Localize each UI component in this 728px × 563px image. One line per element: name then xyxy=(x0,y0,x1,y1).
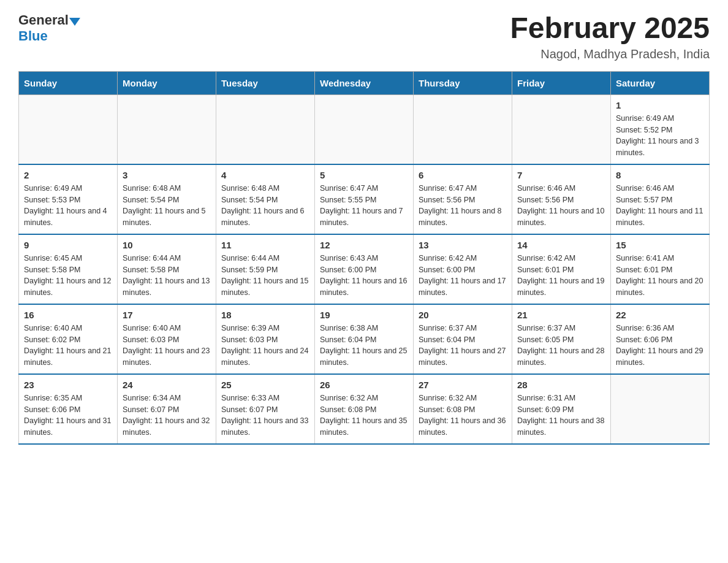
calendar-cell: 7Sunrise: 6:46 AMSunset: 5:56 PMDaylight… xyxy=(512,164,611,234)
calendar-cell xyxy=(19,94,118,164)
day-number: 9 xyxy=(24,240,112,250)
calendar-cell: 1Sunrise: 6:49 AMSunset: 5:52 PMDaylight… xyxy=(611,94,710,164)
weekday-header-tuesday: Tuesday xyxy=(216,71,315,94)
day-info: Sunrise: 6:44 AMSunset: 5:58 PMDaylight:… xyxy=(123,253,211,299)
calendar-cell: 2Sunrise: 6:49 AMSunset: 5:53 PMDaylight… xyxy=(19,164,118,234)
calendar-header: SundayMondayTuesdayWednesdayThursdayFrid… xyxy=(19,71,710,94)
day-info: Sunrise: 6:40 AMSunset: 6:03 PMDaylight:… xyxy=(123,323,211,369)
day-info: Sunrise: 6:36 AMSunset: 6:06 PMDaylight:… xyxy=(616,323,704,369)
calendar-cell: 10Sunrise: 6:44 AMSunset: 5:58 PMDayligh… xyxy=(118,234,216,304)
day-number: 17 xyxy=(123,310,211,320)
day-info: Sunrise: 6:32 AMSunset: 6:08 PMDaylight:… xyxy=(419,393,507,439)
day-number: 19 xyxy=(320,310,408,320)
calendar-cell: 13Sunrise: 6:42 AMSunset: 6:00 PMDayligh… xyxy=(414,234,512,304)
calendar-cell: 3Sunrise: 6:48 AMSunset: 5:54 PMDaylight… xyxy=(118,164,216,234)
day-number: 6 xyxy=(419,170,507,180)
title-section: February 2025 Nagod, Madhya Pradesh, Ind… xyxy=(510,12,710,61)
calendar-cell: 28Sunrise: 6:31 AMSunset: 6:09 PMDayligh… xyxy=(512,374,611,444)
weekday-header-monday: Monday xyxy=(118,71,216,94)
logo-blue: Blue xyxy=(18,28,48,44)
day-number: 21 xyxy=(517,310,605,320)
calendar-cell: 9Sunrise: 6:45 AMSunset: 5:58 PMDaylight… xyxy=(19,234,118,304)
calendar-week-row: 16Sunrise: 6:40 AMSunset: 6:02 PMDayligh… xyxy=(19,304,710,374)
weekday-header-row: SundayMondayTuesdayWednesdayThursdayFrid… xyxy=(19,71,710,94)
day-number: 20 xyxy=(419,310,507,320)
logo: General Blue xyxy=(18,12,80,44)
day-number: 5 xyxy=(320,170,408,180)
calendar-table: SundayMondayTuesdayWednesdayThursdayFrid… xyxy=(18,71,710,445)
day-number: 7 xyxy=(517,170,605,180)
day-info: Sunrise: 6:37 AMSunset: 6:05 PMDaylight:… xyxy=(517,323,605,369)
day-number: 24 xyxy=(123,380,211,390)
day-info: Sunrise: 6:37 AMSunset: 6:04 PMDaylight:… xyxy=(419,323,507,369)
day-info: Sunrise: 6:46 AMSunset: 5:57 PMDaylight:… xyxy=(616,183,704,229)
calendar-cell: 15Sunrise: 6:41 AMSunset: 6:01 PMDayligh… xyxy=(611,234,710,304)
location-subtitle: Nagod, Madhya Pradesh, India xyxy=(510,47,710,61)
calendar-week-row: 1Sunrise: 6:49 AMSunset: 5:52 PMDaylight… xyxy=(19,94,710,164)
calendar-week-row: 2Sunrise: 6:49 AMSunset: 5:53 PMDaylight… xyxy=(19,164,710,234)
day-info: Sunrise: 6:42 AMSunset: 6:00 PMDaylight:… xyxy=(419,253,507,299)
weekday-header-sunday: Sunday xyxy=(19,71,118,94)
day-number: 11 xyxy=(221,240,309,250)
day-info: Sunrise: 6:46 AMSunset: 5:56 PMDaylight:… xyxy=(517,183,605,229)
day-number: 12 xyxy=(320,240,408,250)
calendar-cell: 11Sunrise: 6:44 AMSunset: 5:59 PMDayligh… xyxy=(216,234,315,304)
calendar-cell xyxy=(414,94,512,164)
day-number: 23 xyxy=(24,380,112,390)
day-number: 1 xyxy=(616,100,704,110)
day-number: 13 xyxy=(419,240,507,250)
month-title: February 2025 xyxy=(510,12,710,45)
day-number: 15 xyxy=(616,240,704,250)
calendar-week-row: 9Sunrise: 6:45 AMSunset: 5:58 PMDaylight… xyxy=(19,234,710,304)
calendar-week-row: 23Sunrise: 6:35 AMSunset: 6:06 PMDayligh… xyxy=(19,374,710,444)
day-info: Sunrise: 6:49 AMSunset: 5:53 PMDaylight:… xyxy=(24,183,112,229)
day-info: Sunrise: 6:35 AMSunset: 6:06 PMDaylight:… xyxy=(24,393,112,439)
calendar-cell xyxy=(315,94,414,164)
weekday-header-wednesday: Wednesday xyxy=(315,71,414,94)
day-number: 27 xyxy=(419,380,507,390)
calendar-cell xyxy=(216,94,315,164)
logo-general: General xyxy=(18,12,69,28)
calendar-cell: 17Sunrise: 6:40 AMSunset: 6:03 PMDayligh… xyxy=(118,304,216,374)
day-number: 16 xyxy=(24,310,112,320)
day-number: 22 xyxy=(616,310,704,320)
day-info: Sunrise: 6:42 AMSunset: 6:01 PMDaylight:… xyxy=(517,253,605,299)
logo-arrow-icon xyxy=(69,18,80,26)
calendar-cell: 4Sunrise: 6:48 AMSunset: 5:54 PMDaylight… xyxy=(216,164,315,234)
calendar-cell: 26Sunrise: 6:32 AMSunset: 6:08 PMDayligh… xyxy=(315,374,414,444)
day-number: 8 xyxy=(616,170,704,180)
day-number: 3 xyxy=(123,170,211,180)
calendar-cell: 14Sunrise: 6:42 AMSunset: 6:01 PMDayligh… xyxy=(512,234,611,304)
calendar-cell: 8Sunrise: 6:46 AMSunset: 5:57 PMDaylight… xyxy=(611,164,710,234)
calendar-cell: 24Sunrise: 6:34 AMSunset: 6:07 PMDayligh… xyxy=(118,374,216,444)
day-number: 14 xyxy=(517,240,605,250)
calendar-cell xyxy=(512,94,611,164)
day-info: Sunrise: 6:43 AMSunset: 6:00 PMDaylight:… xyxy=(320,253,408,299)
weekday-header-saturday: Saturday xyxy=(611,71,710,94)
calendar-cell xyxy=(611,374,710,444)
calendar-cell: 20Sunrise: 6:37 AMSunset: 6:04 PMDayligh… xyxy=(414,304,512,374)
day-info: Sunrise: 6:47 AMSunset: 5:55 PMDaylight:… xyxy=(320,183,408,229)
calendar-cell: 23Sunrise: 6:35 AMSunset: 6:06 PMDayligh… xyxy=(19,374,118,444)
calendar-cell: 21Sunrise: 6:37 AMSunset: 6:05 PMDayligh… xyxy=(512,304,611,374)
calendar-body: 1Sunrise: 6:49 AMSunset: 5:52 PMDaylight… xyxy=(19,94,710,444)
calendar-cell: 18Sunrise: 6:39 AMSunset: 6:03 PMDayligh… xyxy=(216,304,315,374)
day-number: 4 xyxy=(221,170,309,180)
day-info: Sunrise: 6:47 AMSunset: 5:56 PMDaylight:… xyxy=(419,183,507,229)
day-number: 26 xyxy=(320,380,408,390)
weekday-header-thursday: Thursday xyxy=(414,71,512,94)
day-number: 28 xyxy=(517,380,605,390)
day-number: 25 xyxy=(221,380,309,390)
day-info: Sunrise: 6:38 AMSunset: 6:04 PMDaylight:… xyxy=(320,323,408,369)
calendar-cell: 25Sunrise: 6:33 AMSunset: 6:07 PMDayligh… xyxy=(216,374,315,444)
day-number: 2 xyxy=(24,170,112,180)
day-info: Sunrise: 6:48 AMSunset: 5:54 PMDaylight:… xyxy=(123,183,211,229)
day-info: Sunrise: 6:39 AMSunset: 6:03 PMDaylight:… xyxy=(221,323,309,369)
weekday-header-friday: Friday xyxy=(512,71,611,94)
day-info: Sunrise: 6:31 AMSunset: 6:09 PMDaylight:… xyxy=(517,393,605,439)
day-info: Sunrise: 6:48 AMSunset: 5:54 PMDaylight:… xyxy=(221,183,309,229)
calendar-cell: 6Sunrise: 6:47 AMSunset: 5:56 PMDaylight… xyxy=(414,164,512,234)
day-info: Sunrise: 6:45 AMSunset: 5:58 PMDaylight:… xyxy=(24,253,112,299)
day-info: Sunrise: 6:33 AMSunset: 6:07 PMDaylight:… xyxy=(221,393,309,439)
calendar-cell: 12Sunrise: 6:43 AMSunset: 6:00 PMDayligh… xyxy=(315,234,414,304)
